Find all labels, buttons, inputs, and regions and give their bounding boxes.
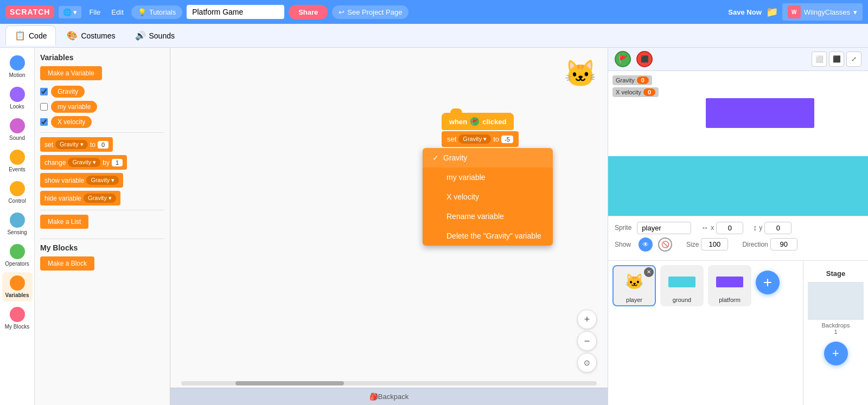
show-variable-block[interactable]: show variable Gravity ▾ (40, 173, 123, 188)
make-list-button[interactable]: Make a List (40, 215, 88, 229)
globe-chevron: ▾ (73, 8, 77, 16)
delete-player-button[interactable]: ✕ (644, 267, 654, 277)
show-visible-button[interactable]: 👁 (639, 237, 653, 252)
add-backdrop-button[interactable]: + (824, 342, 848, 365)
add-sprite-button[interactable]: + (756, 271, 780, 294)
set-block[interactable]: set Gravity ▾ to 0 (40, 137, 113, 152)
control-circle (10, 181, 25, 196)
sidebar-item-sensing[interactable]: Sensing (2, 209, 33, 239)
tab-code[interactable]: 📋 Code (5, 25, 56, 46)
user-menu[interactable]: W WiingyClasses ▾ (782, 3, 863, 21)
sidebar-item-looks[interactable]: Looks (2, 83, 33, 113)
x-coord-group: ↔ x (701, 222, 743, 234)
x-velocity-checkbox[interactable] (40, 118, 48, 126)
horizontal-scrollbar[interactable] (181, 381, 597, 385)
dropdown-item-x-velocity[interactable]: X velocity (423, 187, 553, 207)
dropdown-item-gravity[interactable]: ✓ Gravity (423, 148, 553, 168)
dropdown-my-variable-label: my variable (446, 173, 486, 182)
project-name-input[interactable] (187, 5, 284, 19)
set-block-row: set Gravity ▾ to 0 (40, 137, 164, 152)
show-block-row: show variable Gravity ▾ (40, 173, 164, 188)
tab-sounds[interactable]: 🔊 Sounds (126, 26, 183, 45)
by-label: by (103, 159, 110, 166)
sidebar-item-operators[interactable]: Operators (2, 241, 33, 270)
control-label: Control (8, 198, 25, 204)
sprite-thumb-player[interactable]: ✕ 🐱 player (612, 265, 656, 306)
dropdown-item-delete[interactable]: Delete the "Gravity" variable (423, 226, 553, 246)
dropdown-item-my-variable[interactable]: my variable (423, 168, 553, 187)
x-coord-input[interactable] (716, 222, 743, 234)
size-input[interactable] (701, 238, 728, 250)
make-variable-button[interactable]: Make a Variable (40, 66, 102, 80)
dropdown-item-rename[interactable]: Rename variable (423, 207, 553, 226)
see-project-button[interactable]: ↩ See Project Page (332, 5, 409, 19)
sensing-label: Sensing (7, 229, 27, 235)
my-variable-block[interactable]: my variable (51, 101, 97, 113)
make-block-button[interactable]: Make a Block (40, 256, 94, 271)
x-velocity-var-block[interactable]: X velocity (51, 116, 92, 128)
tab-costumes[interactable]: 🎨 Costumes (58, 26, 124, 45)
stop-button[interactable]: ⬛ (636, 51, 653, 67)
sprite-info-row-2: Show 👁 🚫 Size Direction (615, 237, 861, 252)
zoom-in-button[interactable]: + (577, 310, 597, 329)
my-variable-checkbox[interactable] (40, 103, 48, 111)
size-label: Size (686, 241, 699, 248)
stage-canvas: Gravity 0 X velocity 0 🐱 (608, 71, 868, 216)
stage-thumbnail[interactable] (808, 282, 864, 320)
backdrops-label: Backdrops 1 (822, 320, 850, 337)
sprite-thumb-platform[interactable]: platform (708, 265, 751, 306)
file-menu-button[interactable]: File (86, 6, 104, 18)
sidebar-item-variables[interactable]: Variables (2, 272, 33, 301)
direction-input[interactable] (770, 238, 797, 250)
sidebar-item-motion[interactable]: Motion (2, 52, 33, 81)
y-coord-input[interactable] (764, 222, 792, 234)
sidebar-item-events[interactable]: Events (2, 146, 33, 176)
remix-icon: ↩ (339, 8, 344, 16)
scratch-logo[interactable]: SCRATCH (5, 5, 54, 18)
change-label: change (44, 159, 66, 166)
hide-variable-block[interactable]: hide variable Gravity ▾ (40, 191, 120, 205)
sidebar-item-control[interactable]: Control (2, 178, 33, 207)
variables-section-title: Variables (40, 53, 164, 62)
gravity-var-block[interactable]: Gravity (51, 86, 85, 98)
show-hidden-button[interactable]: 🚫 (658, 237, 672, 252)
script-area: 🐱 when 🚩 clicked set Gravity ▾ to (170, 48, 608, 405)
save-now-button[interactable]: Save Now (728, 8, 761, 16)
script-canvas[interactable]: 🐱 when 🚩 clicked set Gravity ▾ to (170, 48, 608, 405)
ground-name-label: ground (673, 297, 691, 303)
fit-button[interactable]: ⊙ (577, 353, 597, 372)
sidebar-item-sound[interactable]: Sound (2, 115, 33, 144)
x-velocity-monitor-name: X velocity (616, 89, 641, 95)
edit-menu-button[interactable]: Edit (108, 6, 126, 18)
backpack-bar[interactable]: 🎒 Backpack (170, 388, 608, 405)
main-area: Motion Looks Sound Events Control Sensin… (0, 48, 868, 405)
hat-block[interactable]: when 🚩 clicked (442, 113, 514, 130)
fullscreen-button[interactable]: ⤢ (846, 52, 861, 67)
sprite-name-input[interactable] (637, 222, 691, 234)
sprite-thumb-ground[interactable]: ground (660, 265, 704, 306)
globe-button[interactable]: 🌐 ▾ (59, 6, 81, 18)
dropdown-gravity-label: Gravity (443, 153, 467, 162)
direction-group: Direction (742, 238, 797, 250)
set-var-pill: Gravity ▾ (55, 140, 88, 149)
change-block[interactable]: change Gravity ▾ by 1 (40, 155, 127, 170)
stage-thumb-preview (814, 287, 858, 314)
show-var-label: show variable (44, 177, 84, 184)
folder-icon[interactable]: 📁 (766, 6, 778, 18)
share-button[interactable]: Share (289, 5, 328, 20)
tutorials-button[interactable]: 💡 Tutorials (131, 5, 182, 19)
backpack-label: Backpack (378, 393, 409, 401)
ground-platform (608, 156, 868, 216)
sidebar-item-myblocks[interactable]: My Blocks (2, 304, 33, 333)
sounds-tab-label: Sounds (149, 31, 175, 40)
green-flag-button[interactable]: 🚩 (615, 51, 631, 67)
normal-stage-button[interactable]: ⬛ (829, 52, 844, 67)
section-divider-3 (40, 239, 164, 239)
sprite-info-row-1: Sprite ↔ x ↕ y (615, 222, 861, 234)
gravity-monitor-value: 0 (637, 76, 649, 84)
gravity-checkbox[interactable] (40, 88, 48, 95)
small-stage-button[interactable]: ⬜ (812, 52, 827, 67)
backpack-icon: 🎒 (369, 393, 378, 401)
zoom-out-button[interactable]: − (577, 331, 597, 351)
set-block-canvas[interactable]: set Gravity ▾ to -5 (442, 131, 519, 147)
